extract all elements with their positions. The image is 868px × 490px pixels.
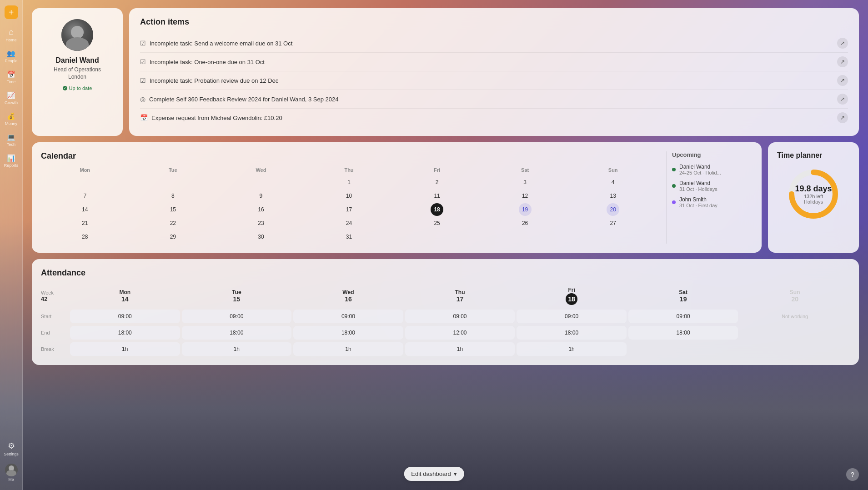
action-btn-4[interactable]: ↗: [837, 94, 848, 105]
status-text: Up to date: [69, 85, 92, 91]
att-header-fri: Fri 18: [517, 285, 627, 307]
action-btn-5[interactable]: ↗: [837, 112, 848, 123]
feedback-icon: ◎: [140, 95, 146, 103]
profile-title: Head of Operations: [54, 66, 101, 73]
calendar-card: Calendar Mon Tue Wed Thu Fri Sat Sun: [32, 142, 762, 253]
start-sat[interactable]: 09:00: [628, 310, 738, 323]
cal-header-mon: Mon: [41, 166, 129, 174]
status-badge: Up to date: [63, 85, 92, 91]
upcoming-name-2: Daniel Wand: [679, 180, 753, 186]
action-btn-3[interactable]: ↗: [837, 75, 848, 86]
end-thu[interactable]: 12:00: [405, 326, 515, 340]
cal-cell-17[interactable]: 17: [342, 203, 355, 216]
sidebar-item-me[interactable]: Me: [1, 461, 21, 485]
cal-cell-11[interactable]: 11: [431, 190, 443, 202]
break-thu[interactable]: 1h: [405, 342, 515, 356]
att-header-sun: Sun 20: [740, 287, 850, 305]
action-item-1[interactable]: ☑ Incomplete task: Send a welcome email …: [140, 34, 848, 53]
cal-cell-28[interactable]: 28: [79, 230, 91, 243]
cal-cell-7[interactable]: 7: [79, 190, 91, 202]
tech-icon: 💻: [7, 133, 15, 141]
edit-dashboard-button[interactable]: Edit dashboard ▾: [404, 467, 464, 481]
people-icon: 👥: [7, 50, 15, 58]
end-tue[interactable]: 18:00: [182, 326, 292, 340]
cal-cell-27[interactable]: 27: [607, 217, 619, 230]
end-fri[interactable]: 18:00: [517, 326, 627, 340]
sidebar-label-people: People: [5, 59, 17, 63]
start-thu[interactable]: 09:00: [405, 310, 515, 323]
sidebar-item-tech[interactable]: 💻 Tech: [1, 130, 21, 150]
expense-icon: 📅: [140, 114, 148, 121]
end-mon[interactable]: 18:00: [70, 326, 180, 340]
action-item-3[interactable]: ☑ Incomplete task: Probation review due …: [140, 71, 848, 90]
start-wed[interactable]: 09:00: [293, 310, 403, 323]
break-wed[interactable]: 1h: [293, 342, 403, 356]
break-tue[interactable]: 1h: [182, 342, 292, 356]
end-wed[interactable]: 18:00: [293, 326, 403, 340]
action-btn-2[interactable]: ↗: [837, 56, 848, 67]
cal-cell-1[interactable]: 1: [342, 176, 355, 189]
cal-cell-30[interactable]: 30: [255, 230, 267, 243]
time-planner-chart: 19.8 days 132h left Holidays: [786, 167, 841, 221]
task-icon-1: ☑: [140, 40, 146, 47]
home-icon: ⌂: [9, 27, 14, 37]
cal-cell-14[interactable]: 14: [79, 203, 91, 216]
cal-cell-24[interactable]: 24: [342, 217, 355, 230]
sidebar-label-tech: Tech: [7, 142, 15, 147]
cal-cell-13[interactable]: 13: [607, 190, 619, 202]
cal-cell-26[interactable]: 26: [519, 217, 532, 230]
cal-cell-29[interactable]: 29: [166, 230, 179, 243]
cal-cell-empty-6: [607, 230, 619, 243]
cal-header-tue: Tue: [129, 166, 217, 174]
cal-cell-22[interactable]: 22: [166, 217, 179, 230]
cal-header-sun: Sun: [569, 166, 657, 174]
cal-cell-8[interactable]: 8: [166, 190, 179, 202]
cal-cell-19[interactable]: 19: [519, 203, 532, 216]
action-btn-1[interactable]: ↗: [837, 38, 848, 49]
cal-cell-23[interactable]: 23: [255, 217, 267, 230]
start-fri[interactable]: 09:00: [517, 310, 627, 323]
upcoming-name-3: John Smith: [679, 196, 753, 203]
attendance-card: Attendance Week 42 Mon 14 Tue 15 Wed: [32, 259, 859, 365]
cal-cell-3[interactable]: 3: [519, 176, 532, 189]
cal-cell-2[interactable]: 2: [431, 176, 443, 189]
sidebar-item-money[interactable]: 💰 Money: [1, 110, 21, 129]
sidebar-item-home[interactable]: ⌂ Home: [1, 25, 21, 45]
end-sat[interactable]: 18:00: [628, 326, 738, 340]
action-item-5[interactable]: 📅 Expense request from Micheal Gwendolin…: [140, 109, 848, 127]
cal-cell-12[interactable]: 12: [519, 190, 532, 202]
add-button[interactable]: +: [5, 5, 18, 19]
help-button[interactable]: ?: [846, 468, 859, 481]
upcoming-item-1[interactable]: Daniel Wand 24-25 Oct · Holid...: [672, 164, 753, 175]
upcoming-item-3[interactable]: John Smith 31 Oct · First day: [672, 196, 753, 208]
break-fri[interactable]: 1h: [517, 342, 627, 356]
start-tue[interactable]: 09:00: [182, 310, 292, 323]
att-today-num: 18: [566, 293, 577, 305]
action-item-2[interactable]: ☑ Incomplete task: One-on-one due on 31 …: [140, 53, 848, 71]
time-planner-title: Time planner: [777, 151, 822, 160]
att-header-sat: Sat 19: [628, 287, 738, 305]
cal-cell-4[interactable]: 4: [607, 176, 619, 189]
action-text-3: Incomplete task: Probation review due on…: [150, 77, 278, 84]
break-mon[interactable]: 1h: [70, 342, 180, 356]
sidebar-item-growth[interactable]: 📈 Growth: [1, 89, 21, 108]
cal-cell-18-today[interactable]: 18: [431, 203, 443, 216]
cal-cell-10[interactable]: 10: [342, 190, 355, 202]
cal-cell-15[interactable]: 15: [166, 203, 179, 216]
sidebar-item-settings[interactable]: ⚙ Settings: [1, 438, 21, 459]
sidebar-item-people[interactable]: 👥 People: [1, 47, 21, 66]
sidebar-label-me: Me: [8, 477, 14, 482]
cal-cell-16[interactable]: 16: [255, 203, 267, 216]
att-header-wed: Wed 16: [293, 287, 403, 305]
sidebar-item-reports[interactable]: 📊 Reports: [1, 151, 21, 170]
upcoming-title: Upcoming: [672, 151, 753, 158]
cal-cell-20[interactable]: 20: [607, 203, 619, 216]
start-mon[interactable]: 09:00: [70, 310, 180, 323]
cal-cell-31[interactable]: 31: [342, 230, 355, 243]
cal-cell-9[interactable]: 9: [255, 190, 267, 202]
cal-cell-25[interactable]: 25: [431, 217, 443, 230]
action-item-4[interactable]: ◎ Complete Self 360 Feedback Review 2024…: [140, 90, 848, 109]
upcoming-item-2[interactable]: Daniel Wand 31 Oct · Holidays: [672, 180, 753, 192]
sidebar-item-time[interactable]: 📅 Time: [1, 68, 21, 87]
cal-cell-21[interactable]: 21: [79, 217, 91, 230]
